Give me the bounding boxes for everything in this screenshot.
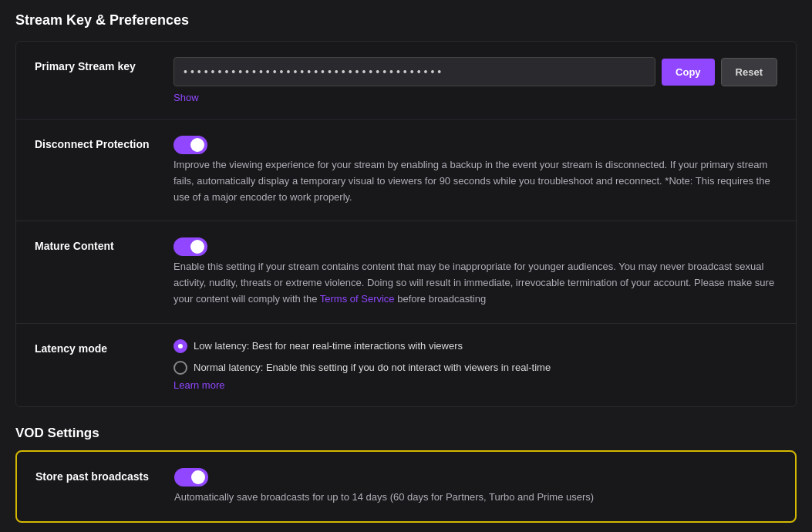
- latency-mode-label: Latency mode: [35, 339, 174, 355]
- latency-low-radio[interactable]: [174, 339, 187, 353]
- mature-content-content: Enable this setting if your stream conta…: [174, 237, 777, 307]
- disconnect-toggle-slider: [174, 136, 207, 154]
- latency-normal-label: Normal latency: Enable this setting if y…: [194, 362, 551, 373]
- mature-content-row: Mature Content Enable this setting if yo…: [16, 221, 796, 323]
- store-broadcasts-label: Store past broadcasts: [35, 467, 174, 483]
- latency-mode-row: Latency mode Low latency: Best for near …: [16, 324, 796, 406]
- mature-toggle-slider: [174, 237, 207, 256]
- disconnect-toggle[interactable]: [174, 136, 207, 154]
- mature-desc-after: before broadcasting: [395, 293, 487, 305]
- stream-key-label: Primary Stream key: [35, 57, 174, 72]
- mature-toggle-row: [174, 237, 777, 256]
- stream-key-content: Copy Reset Show: [174, 57, 777, 103]
- vod-settings-card: Store past broadcasts Automatically save…: [15, 450, 797, 523]
- mature-content-label: Mature Content: [35, 237, 174, 252]
- page-title: Stream Key & Preferences: [15, 12, 797, 29]
- latency-radio-group: Low latency: Best for near real-time int…: [174, 339, 777, 375]
- store-broadcasts-description: Automatically save broadcasts for up to …: [174, 490, 777, 506]
- latency-normal-option[interactable]: Normal latency: Enable this setting if y…: [174, 361, 777, 375]
- stream-key-input[interactable]: [174, 57, 655, 86]
- vod-section-title: VOD Settings: [15, 426, 797, 441]
- reset-button[interactable]: Reset: [721, 58, 777, 86]
- learn-more-link[interactable]: Learn more: [174, 379, 224, 391]
- latency-low-label: Low latency: Best for near real-time int…: [194, 340, 463, 352]
- disconnect-protection-content: Improve the viewing experience for your …: [174, 135, 777, 205]
- stream-key-row: Primary Stream key Copy Reset Show: [16, 42, 796, 120]
- mature-content-toggle[interactable]: [174, 237, 207, 256]
- stream-key-input-row: Copy Reset: [174, 57, 777, 86]
- store-broadcasts-toggle-row: [174, 467, 777, 487]
- store-broadcasts-content: Automatically save broadcasts for up to …: [174, 467, 777, 506]
- mature-content-description: Enable this setting if your stream conta…: [174, 259, 777, 307]
- latency-mode-content: Low latency: Best for near real-time int…: [174, 339, 777, 391]
- latency-normal-radio[interactable]: [174, 361, 187, 375]
- show-link[interactable]: Show: [174, 92, 199, 103]
- tos-link[interactable]: Terms of Service: [320, 293, 395, 305]
- latency-low-option[interactable]: Low latency: Best for near real-time int…: [174, 339, 777, 353]
- disconnect-protection-label: Disconnect Protection: [35, 135, 174, 150]
- store-broadcasts-toggle[interactable]: [174, 468, 208, 487]
- disconnect-protection-row: Disconnect Protection Improve the viewin…: [16, 120, 796, 221]
- copy-button[interactable]: Copy: [662, 59, 715, 86]
- store-broadcasts-slider: [174, 468, 208, 487]
- store-broadcasts-row: Store past broadcasts Automatically save…: [17, 452, 795, 521]
- stream-settings-card: Primary Stream key Copy Reset Show Disco…: [15, 41, 797, 407]
- disconnect-toggle-row: [174, 135, 777, 154]
- disconnect-description: Improve the viewing experience for your …: [174, 157, 777, 205]
